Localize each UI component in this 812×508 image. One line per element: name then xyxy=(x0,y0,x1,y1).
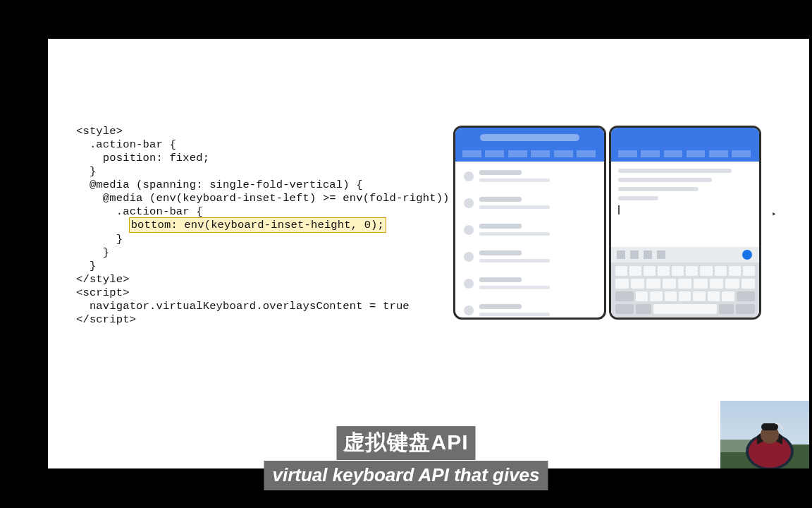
tool-icon xyxy=(644,250,652,259)
code-line: } xyxy=(76,233,123,246)
virtual-keyboard xyxy=(611,262,760,318)
speaker-video-pip xyxy=(720,401,809,468)
action-bar xyxy=(611,247,760,262)
list-item xyxy=(460,274,600,297)
code-line: </style> xyxy=(76,273,130,286)
email-list xyxy=(455,162,604,318)
screen-left xyxy=(453,126,606,320)
list-item xyxy=(460,221,600,243)
svg-rect-6 xyxy=(761,423,778,430)
tool-icon xyxy=(630,250,639,259)
code-line: position: fixed; xyxy=(76,152,209,164)
code-line: .action-bar { xyxy=(76,138,176,151)
code-block: <style> .action-bar { position: fixed; }… xyxy=(76,125,462,327)
caption-chinese: 虚拟键盘API xyxy=(336,426,475,460)
code-line: } xyxy=(76,165,96,178)
list-item xyxy=(460,167,600,190)
text-caret-icon xyxy=(618,205,620,214)
code-line: <style> xyxy=(76,125,123,138)
cursor-icon: ➤ xyxy=(772,210,776,218)
list-item xyxy=(460,194,600,217)
tool-icon xyxy=(617,250,625,259)
list-item xyxy=(460,248,600,270)
avatar-icon xyxy=(464,171,474,181)
caption-english: virtual keyboard API that gives xyxy=(264,461,548,490)
code-line: @media (spanning: single-fold-vertical) … xyxy=(76,179,363,191)
screen-right xyxy=(609,126,762,320)
send-icon xyxy=(742,250,752,260)
code-line: </script> xyxy=(76,313,136,326)
code-line: } xyxy=(76,246,109,259)
code-line: <script> xyxy=(76,286,130,299)
avatar-icon xyxy=(464,306,474,315)
avatar-icon xyxy=(464,279,474,289)
app-topbar xyxy=(455,128,604,162)
code-line: navigator.virtualKeyboard.overlaysConten… xyxy=(76,300,410,313)
avatar-icon xyxy=(464,225,474,235)
list-item xyxy=(460,301,600,318)
avatar-icon xyxy=(464,252,474,262)
avatar-icon xyxy=(464,198,474,208)
dual-screen-illustration xyxy=(453,126,761,320)
code-line: @media (env(keyboard-inset-left) >= env(… xyxy=(76,192,462,205)
app-topbar xyxy=(611,128,760,162)
compose-area xyxy=(611,162,760,247)
slide: <style> .action-bar { position: fixed; }… xyxy=(48,39,809,468)
tool-icon xyxy=(657,250,665,259)
code-line: } xyxy=(76,260,96,272)
code-highlight: bottom: env(keyboard-inset-height, 0); xyxy=(130,218,386,232)
code-line-highlight-prefix xyxy=(76,219,130,231)
code-line: .action-bar { xyxy=(76,205,203,218)
